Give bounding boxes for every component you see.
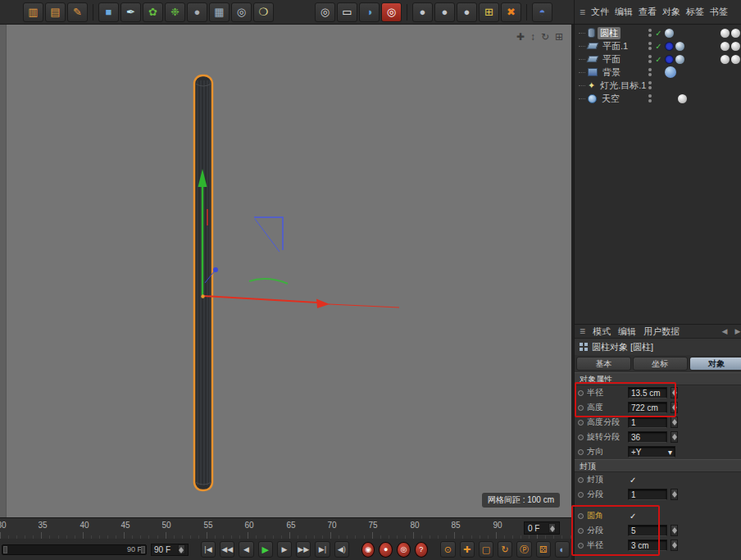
object-name[interactable]: 天空 (599, 93, 622, 105)
record-position-toggle[interactable]: ✚ (460, 541, 475, 558)
edit-render-settings-icon[interactable]: ✎ (67, 2, 88, 22)
record-parameter-toggle[interactable]: Ⓟ (516, 541, 531, 558)
height-segments-field[interactable]: 1 (628, 417, 667, 428)
light-target-spline[interactable] (254, 217, 283, 250)
fillet-segments-stepper[interactable] (671, 525, 678, 536)
material-tag-icon[interactable] (665, 66, 676, 78)
object-origin[interactable] (201, 294, 204, 298)
enabled-check-icon[interactable]: ✓ (654, 55, 662, 64)
animation-dot-icon[interactable] (578, 390, 584, 396)
frame-viewport-icon[interactable]: ▭ (337, 2, 357, 22)
spline-pen-icon[interactable]: ✒ (120, 2, 141, 22)
x-axis-handle[interactable] (204, 296, 317, 303)
caps-checkbox[interactable]: ✓ (630, 476, 636, 485)
material-tag-icon[interactable] (731, 55, 740, 64)
content-browser-icon[interactable]: ◓ (532, 2, 552, 22)
green-spline[interactable] (249, 279, 288, 284)
visibility-dots[interactable] (648, 81, 652, 89)
material-tag-icon[interactable] (721, 42, 730, 51)
orientation-dropdown[interactable]: +Y ▾ (628, 446, 675, 458)
visibility-dots[interactable] (648, 94, 652, 102)
tab-coordinates[interactable]: 坐标 (633, 357, 688, 371)
goto-end-button[interactable]: ▶| (315, 541, 330, 558)
phong-tag-icon[interactable] (675, 55, 684, 64)
enabled-check-icon[interactable]: ✓ (654, 29, 662, 38)
animation-dot-icon[interactable] (578, 528, 584, 534)
material-sphere-2-icon[interactable]: ● (434, 2, 455, 22)
metaball-object-icon[interactable]: ● (187, 2, 207, 22)
play-button[interactable]: ▶ (258, 541, 273, 558)
render-view-icon[interactable]: ▥ (23, 2, 43, 22)
animation-dot-icon[interactable] (578, 477, 584, 483)
record-keyframe-button[interactable]: ◉ (361, 542, 375, 558)
object-row-plane1[interactable]: 平面.1 ✓ (575, 39, 741, 52)
cap-segments-stepper[interactable] (671, 489, 678, 500)
dolly-icon[interactable]: ↕ (530, 31, 535, 43)
range-start-knob[interactable] (3, 546, 7, 553)
object-row-cylinder[interactable]: 圆柱 ✓ (575, 26, 741, 39)
material-tag-icon[interactable] (721, 55, 730, 64)
max-frame-field[interactable]: 90 F (151, 544, 189, 556)
menu-item-bookmarks[interactable]: 书签 (710, 6, 728, 18)
keyframe-filter-toggle[interactable]: ⊙ (440, 541, 455, 558)
autokey-button[interactable]: ● (379, 542, 393, 558)
render-picture-viewer-icon[interactable]: ▤ (45, 2, 66, 22)
menu-item-view[interactable]: 查看 (639, 6, 657, 18)
rotation-segments-stepper[interactable] (671, 431, 678, 443)
compositing-tag-icon[interactable] (665, 42, 674, 51)
visibility-dots[interactable] (648, 42, 652, 50)
enabled-check-icon[interactable]: ✓ (654, 42, 662, 51)
goto-start-button[interactable]: |◀ (201, 541, 216, 558)
animation-dot-icon[interactable] (578, 543, 584, 549)
coordinates-manager-icon[interactable]: ⊞ (479, 2, 499, 22)
history-forward-icon[interactable]: ▶ (735, 327, 741, 335)
timeline-ruler[interactable]: 30 35 40 45 50 55 60 65 70 75 80 85 90 0… (0, 517, 571, 539)
mograph-cloner-icon[interactable]: ✿ (143, 2, 163, 22)
animation-dot-icon[interactable] (578, 513, 584, 519)
sound-toggle-button[interactable]: ◀) (334, 541, 349, 558)
object-row-light-target[interactable]: ✦ 灯光.目标.1 (575, 79, 741, 92)
radius-stepper[interactable] (671, 387, 678, 398)
camera-object-icon[interactable]: ◎ (231, 2, 252, 22)
panel-menu-icon[interactable]: ≡ (580, 326, 585, 337)
prev-frame-button[interactable]: ◀ (239, 541, 253, 558)
radius-field[interactable]: 13.5 cm (628, 387, 667, 398)
panel-menu-icon[interactable]: ≡ (580, 7, 585, 18)
prev-key-button[interactable]: ◀◀ (220, 541, 234, 558)
object-row-plane[interactable]: 平面 ✓ (575, 52, 741, 66)
range-end-knob[interactable] (141, 546, 145, 553)
cube-primitive-icon[interactable]: ■ (98, 2, 119, 22)
material-tag-icon[interactable] (678, 94, 687, 103)
material-tag-icon[interactable] (731, 29, 740, 38)
phong-tag-icon[interactable] (675, 42, 684, 51)
object-row-background[interactable]: 背景 (575, 66, 741, 79)
material-tag-icon[interactable] (721, 29, 730, 38)
record-scale-toggle[interactable]: ▢ (479, 541, 493, 558)
phong-tag-icon[interactable] (665, 29, 674, 38)
menu-item-edit[interactable]: 编辑 (615, 6, 633, 18)
material-sphere-1-icon[interactable]: ● (412, 2, 433, 22)
object-name[interactable]: 平面 (600, 53, 623, 66)
viewport-canvas[interactable] (7, 25, 571, 517)
compositing-tag-icon[interactable] (665, 55, 674, 64)
pan-icon[interactable]: ✚ (516, 31, 525, 43)
object-name[interactable]: 背景 (600, 66, 623, 79)
next-key-button[interactable]: ▶▶ (296, 541, 311, 558)
max-frame-stepper[interactable] (178, 544, 185, 554)
material-sphere-3-icon[interactable]: ● (457, 2, 477, 22)
fillet-segments-field[interactable]: 5 (628, 525, 667, 536)
x-axis-arrowhead[interactable] (316, 299, 330, 309)
object-name[interactable]: 灯光.目标.1 (598, 80, 648, 92)
viewport[interactable]: ✚ ↕ ↻ ⊞ 网格间距 : 100 cm (0, 25, 571, 517)
frame-stepper[interactable] (548, 523, 556, 533)
animation-dot-icon[interactable] (578, 492, 584, 498)
menu-item-userdata[interactable]: 用户数据 (643, 326, 680, 338)
render-settings-camera-icon[interactable]: ◎ (381, 2, 402, 22)
animation-dot-icon[interactable] (578, 420, 584, 426)
fillet-radius-stepper[interactable] (671, 540, 678, 551)
xpresso-icon[interactable]: ✖ (501, 2, 521, 22)
menu-item-tags[interactable]: 标签 (686, 6, 704, 18)
render-region-icon[interactable]: ◎ (315, 2, 335, 22)
array-object-icon[interactable]: ❉ (165, 2, 185, 22)
menu-item-mode[interactable]: 模式 (593, 326, 611, 338)
